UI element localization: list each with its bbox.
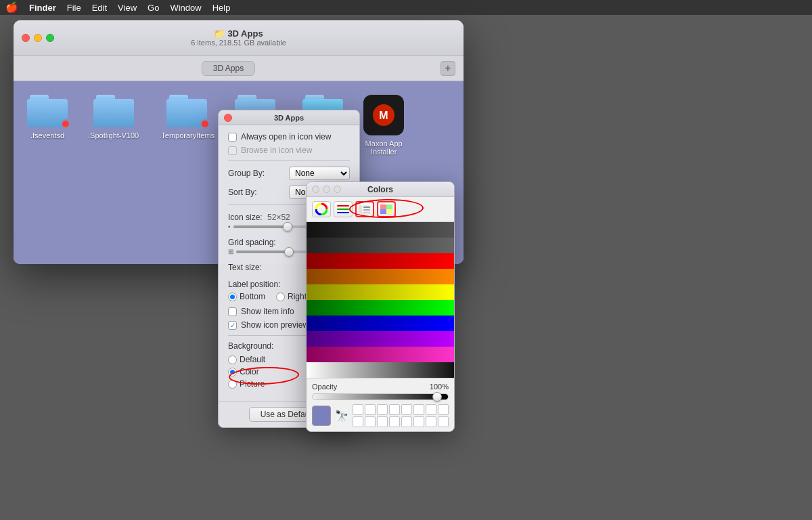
- svg-rect-8: [363, 207, 370, 208]
- swatch-9[interactable]: [365, 416, 376, 427]
- swatch-8[interactable]: [353, 416, 363, 427]
- svg-rect-9: [363, 209, 370, 211]
- color-swatch[interactable]: [312, 406, 331, 426]
- always-open-checkbox[interactable]: [228, 133, 237, 142]
- opacity-slider[interactable]: [312, 393, 449, 400]
- saved-swatches: [353, 404, 449, 427]
- icon-size-label: Icon size: 52×52: [228, 213, 290, 222]
- finder-subtitle: 6 items, 218.51 GB available: [191, 39, 286, 47]
- label-bottom-radio[interactable]: [228, 292, 237, 301]
- group-by-select[interactable]: None: [289, 167, 350, 180]
- svg-rect-13: [386, 204, 392, 209]
- minimize-button[interactable]: [34, 34, 42, 42]
- swatch-5[interactable]: [413, 404, 424, 415]
- label-right-row: Right: [276, 292, 307, 301]
- bg-default-label: Default: [240, 355, 265, 364]
- svg-rect-15: [386, 209, 392, 214]
- colors-max-btn[interactable]: [334, 186, 341, 193]
- bg-picture-radio[interactable]: [228, 380, 237, 389]
- svg-rect-12: [380, 204, 386, 209]
- folder-icon-fseventsd[interactable]: .fseventsd: [27, 95, 68, 139]
- svg-rect-3: [337, 205, 349, 207]
- colors-close-btn[interactable]: [312, 186, 319, 193]
- view-options-close[interactable]: [224, 114, 232, 122]
- color-list-btn[interactable]: [355, 201, 374, 217]
- color-output-row: 🔭: [312, 404, 449, 427]
- finder-tab[interactable]: 3D Apps: [202, 61, 255, 76]
- colors-opacity-section: Opacity 100% 🔭: [307, 378, 454, 431]
- svg-rect-5: [337, 212, 349, 213]
- colors-min-btn[interactable]: [323, 186, 330, 193]
- opacity-value: 100%: [430, 383, 449, 391]
- opacity-label-row: Opacity 100%: [312, 383, 449, 391]
- show-icon-preview-label: Show icon preview: [241, 320, 309, 330]
- label-right-radio[interactable]: [276, 292, 285, 301]
- bg-color-radio[interactable]: [228, 368, 237, 376]
- bg-default-radio[interactable]: [228, 355, 237, 364]
- bg-picture-label: Picture: [240, 379, 265, 389]
- swatch-6[interactable]: [426, 404, 436, 415]
- traffic-lights: [22, 34, 54, 42]
- grid-spacing-label: Grid spacing:: [228, 238, 276, 247]
- menubar-file[interactable]: File: [67, 3, 81, 13]
- menubar-edit[interactable]: Edit: [92, 3, 107, 13]
- eyedropper-icon[interactable]: 🔭: [335, 410, 348, 422]
- color-wheel-btn[interactable]: [312, 201, 331, 217]
- label-bottom-row: Bottom: [228, 292, 265, 301]
- app-icon-maxon[interactable]: M Maxon AppInstaller: [363, 95, 404, 156]
- swatch-1[interactable]: [365, 404, 376, 415]
- swatch-7[interactable]: [438, 404, 449, 415]
- menubar-help[interactable]: Help: [212, 3, 231, 13]
- swatch-2[interactable]: [377, 404, 388, 415]
- svg-text:M: M: [379, 110, 388, 121]
- colors-panel: Colors: [306, 181, 455, 432]
- folder-icon-temp[interactable]: .TemporaryItems: [159, 95, 215, 139]
- swatch-15[interactable]: [438, 416, 449, 427]
- menubar-go[interactable]: Go: [148, 3, 159, 13]
- apple-menu[interactable]: 🍎: [5, 1, 18, 14]
- view-options-title: 3D Apps: [274, 114, 304, 122]
- opacity-label: Opacity: [312, 383, 337, 391]
- close-button[interactable]: [22, 34, 30, 42]
- icon-size-small-icon: ▪: [228, 223, 231, 230]
- color-sliders-btn[interactable]: [334, 201, 353, 217]
- show-item-info-checkbox[interactable]: [228, 307, 237, 316]
- group-by-label: Group By:: [228, 169, 265, 178]
- sort-by-label: Sort By:: [228, 188, 257, 197]
- finder-toolbar: 📁 3D Apps 6 items, 218.51 GB available: [14, 20, 464, 56]
- always-open-row: Always open in icon view: [228, 132, 350, 142]
- maximize-button[interactable]: [46, 34, 54, 42]
- finder-tab-bar: 3D Apps +: [14, 56, 464, 81]
- svg-rect-4: [337, 209, 349, 210]
- browse-checkbox[interactable]: [228, 146, 237, 155]
- colors-traffic-lights: [312, 186, 341, 193]
- label-bottom-label: Bottom: [240, 292, 265, 301]
- add-tab-button[interactable]: +: [441, 61, 455, 76]
- swatch-11[interactable]: [389, 416, 400, 427]
- swatch-13[interactable]: [413, 416, 424, 427]
- view-options-titlebar: 3D Apps: [219, 110, 359, 125]
- show-item-info-label: Show item info: [241, 307, 294, 316]
- colors-titlebar: Colors: [307, 182, 454, 197]
- swatch-4[interactable]: [401, 404, 412, 415]
- opacity-thumb[interactable]: [432, 392, 442, 402]
- grid-icon: ⊞: [228, 248, 233, 255]
- folder-icon-spotlight[interactable]: .Spotlight-V100: [88, 95, 139, 139]
- colors-title: Colors: [367, 185, 393, 194]
- show-icon-preview-checkbox[interactable]: ✓: [228, 321, 237, 330]
- svg-rect-6: [359, 205, 362, 213]
- image-palette-container: [377, 201, 396, 217]
- swatch-12[interactable]: [401, 416, 412, 427]
- menubar-finder[interactable]: Finder: [29, 3, 56, 13]
- group-by-row: Group By: None: [228, 167, 350, 180]
- image-palette-btn[interactable]: [377, 201, 396, 217]
- swatch-10[interactable]: [377, 416, 388, 427]
- menubar-view[interactable]: View: [118, 3, 137, 13]
- swatch-3[interactable]: [389, 404, 400, 415]
- swatch-14[interactable]: [426, 416, 436, 427]
- svg-rect-10: [363, 212, 370, 213]
- swatch-0[interactable]: [353, 404, 363, 415]
- menubar-window[interactable]: Window: [170, 3, 201, 13]
- bg-color-label: Color: [240, 367, 259, 376]
- browse-row: Browse in icon view: [228, 146, 350, 155]
